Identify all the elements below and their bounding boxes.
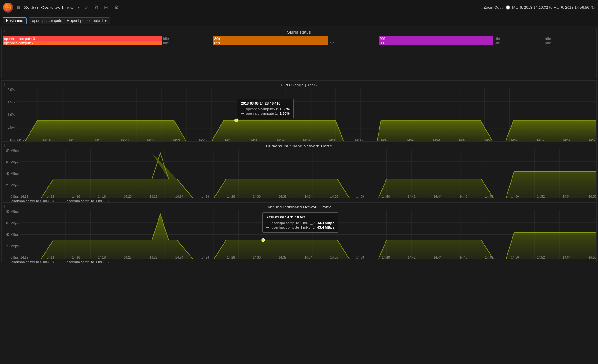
cpu-y-label-3: 1.5% xyxy=(8,101,15,104)
slurm-idle-1b: idle xyxy=(328,41,379,45)
outband-y-0: 0 Bps xyxy=(10,195,19,198)
slurm-num-1b: 903 xyxy=(379,41,493,45)
slurm-num-1a: 899 xyxy=(213,41,328,45)
dropdown-arrow: ▾ xyxy=(105,19,107,23)
zoom-out-button[interactable]: Zoom Out xyxy=(484,5,500,10)
outband-y-2: 40 MBps xyxy=(6,172,19,175)
slurm-host-0: openhpc-compute-0 xyxy=(3,36,162,41)
top-navigation: ⊞ System Overview Linear ▾ ☆ ⎗ ⊟ ⚙ ‹ Zoo… xyxy=(0,0,598,15)
cpu-chart-svg xyxy=(17,88,596,142)
slurm-title: Slurm status xyxy=(2,28,596,35)
table-row: openhpc-compute-0 idle 899 idle 903 idle… xyxy=(3,36,595,41)
slurm-idle-1c: idle xyxy=(493,41,544,45)
slurm-idle-1d: idle xyxy=(544,41,595,45)
host-filter-value: openhpc-compute-0 + openhpc-compute-1 xyxy=(32,19,103,23)
host-dropdown[interactable]: openhpc-compute-0 + openhpc-compute-1 ▾ xyxy=(29,17,110,24)
dashboard-title[interactable]: System Overview Linear xyxy=(24,5,75,10)
inbound-y-3: 60 MBps xyxy=(6,222,19,225)
cpu-y-label-2: 1.0% xyxy=(8,113,15,117)
slurm-idle-0a: idle xyxy=(162,36,213,41)
app-logo[interactable] xyxy=(3,3,13,13)
inbound-legend-label-1: openhpc-compute-1 mlx5_0 xyxy=(66,260,109,263)
inbound-chart-area: 2018-03-06 14:31:16.521 openhpc-compute-… xyxy=(20,210,596,259)
time-next-arrow[interactable]: › xyxy=(502,5,504,10)
title-dropdown-icon[interactable]: ▾ xyxy=(78,5,80,10)
outband-chart-area: 14:1214:1414:1614:1814:2014:2214:2414:26… xyxy=(20,149,596,198)
outband-y-1: 20 MBps xyxy=(6,184,19,187)
slurm-idle-1a: idle xyxy=(162,41,213,45)
outband-panel-menu-icon[interactable]: ⋮ xyxy=(3,144,6,147)
outband-legend-dash-0 xyxy=(4,201,10,201)
outband-chart-panel: ⋮ Outband Infiniband Network Traffic 80 … xyxy=(1,141,597,201)
inbound-legend-label-0: openhpc-compute-0 mlx5_0 xyxy=(11,260,54,263)
cpu-chart-area: 2018-03-06 14:28:46.410 openhpc-compute-… xyxy=(17,88,596,142)
svg-point-92 xyxy=(262,238,265,241)
slurm-num-0b: 903 xyxy=(379,36,493,41)
outband-y-4: 80 MBps xyxy=(6,149,19,152)
refresh-icon[interactable]: ↻ xyxy=(591,5,595,10)
svg-point-1 xyxy=(7,7,9,8)
time-range-control: ‹ Zoom Out › 🕐 Mar 6, 2018 14:10:32 to M… xyxy=(480,5,595,10)
dashboard-icon: ⊞ xyxy=(17,5,20,10)
cpu-chart-title: CPU Usage (User) xyxy=(2,81,596,88)
slurm-idle-0d: idle xyxy=(544,36,595,41)
inbound-chart-panel: ⋮ Inbound Infiniband Network Traffic 80 … xyxy=(1,202,597,262)
svg-point-32 xyxy=(235,119,238,122)
panel-menu-icon[interactable]: ⋮ xyxy=(3,30,6,33)
cpu-chart-panel: ⋮ CPU Usage (User) 2.0% 1.5% 1.0% 0.5% 0… xyxy=(1,80,597,140)
slurm-panel: ⋮ Slurm status openhpc-compute-0 idle 89… xyxy=(1,28,597,78)
playlist-icon[interactable]: ⊟ xyxy=(102,3,110,12)
outband-y-3: 60 MBps xyxy=(6,161,19,164)
clock-icon: 🕐 xyxy=(506,5,510,10)
hostname-filter-tag[interactable]: Hostname xyxy=(3,17,27,24)
inbound-legend-item-0: openhpc-compute-0 mlx5_0 xyxy=(4,260,54,263)
inbound-y-0: 0 Bps xyxy=(10,256,19,259)
cpu-panel-menu-icon[interactable]: ⋮ xyxy=(3,83,6,86)
slurm-table: openhpc-compute-0 idle 899 idle 903 idle… xyxy=(3,36,595,45)
share-icon[interactable]: ⎗ xyxy=(93,3,100,12)
slurm-idle-0b: idle xyxy=(328,36,379,41)
inbound-y-1: 20 MBps xyxy=(6,245,19,248)
cpu-y-label-1: 0.5% xyxy=(8,126,15,129)
inbound-y-2: 40 MBps xyxy=(6,233,19,236)
outband-legend-dash-1 xyxy=(59,201,65,201)
slurm-num-0a: 899 xyxy=(213,36,328,41)
inbound-panel-menu-icon[interactable]: ⋮ xyxy=(3,205,6,208)
outband-y-axis: 80 MBps 60 MBps 40 MBps 20 MBps 0 Bps xyxy=(2,149,20,198)
outband-x-axis: 14:1214:1414:1614:1814:2014:2214:2414:26… xyxy=(20,195,596,198)
inbound-x-axis: 14:1214:1414:1614:1814:2014:2214:2414:26… xyxy=(20,256,596,259)
filter-toolbar: Hostname openhpc-compute-0 + openhpc-com… xyxy=(0,15,598,26)
slurm-host-1: openhpc-compute-1 xyxy=(3,41,162,45)
inbound-legend: openhpc-compute-0 mlx5_0 openhpc-compute… xyxy=(2,259,596,263)
cpu-y-axis: 2.0% 1.5% 1.0% 0.5% 0% xyxy=(2,88,17,142)
star-icon[interactable]: ☆ xyxy=(82,3,90,12)
outband-chart-title: Outband Infiniband Network Traffic xyxy=(2,142,596,149)
time-range-text[interactable]: Mar 6, 2018 14:10:32 to Mar 6, 2018 14:5… xyxy=(512,5,589,10)
table-row: openhpc-compute-1 idle 899 idle 903 idle… xyxy=(3,41,595,45)
charts-container: ⋮ Slurm status openhpc-compute-0 idle 89… xyxy=(0,26,598,263)
inbound-legend-dash-0 xyxy=(4,262,10,262)
cpu-y-label-4: 2.0% xyxy=(8,88,15,91)
inbound-chart-title: Inbound Infiniband Network Traffic xyxy=(2,203,596,210)
settings-icon[interactable]: ⚙ xyxy=(113,3,121,12)
inbound-legend-item-1: openhpc-compute-1 mlx5_0 xyxy=(59,260,109,263)
inbound-legend-dash-1 xyxy=(59,262,65,262)
hostname-label: Hostname xyxy=(6,19,23,23)
outband-chart-svg xyxy=(20,149,596,198)
inbound-y-4: 80 MBps xyxy=(6,210,19,213)
slurm-idle-0c: idle xyxy=(493,36,544,41)
inbound-y-axis: 80 MBps 60 MBps 40 MBps 20 MBps 0 Bps xyxy=(2,210,20,259)
inbound-chart-svg xyxy=(20,210,596,259)
time-prev-arrow[interactable]: ‹ xyxy=(480,5,482,10)
